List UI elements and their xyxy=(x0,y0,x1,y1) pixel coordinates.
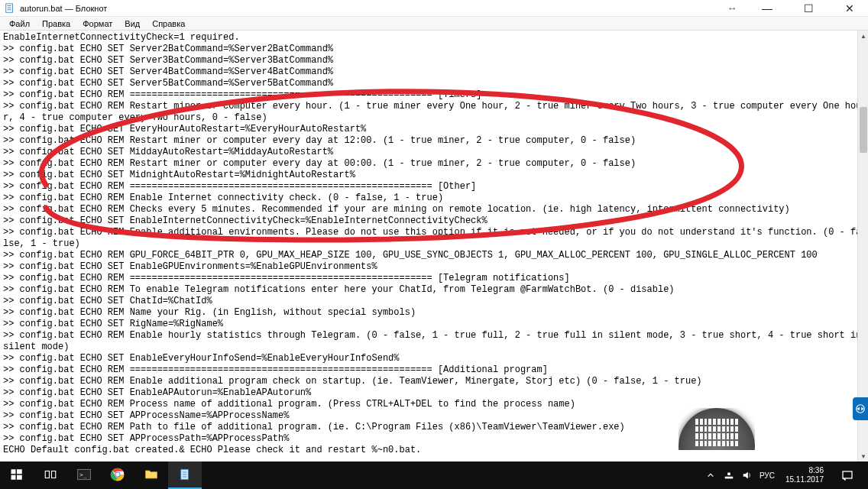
tray-clock[interactable]: 8:36 15.11.2017 xyxy=(781,466,828,484)
maximize-button[interactable]: ☐ xyxy=(793,0,824,17)
scroll-thumb[interactable] xyxy=(860,107,867,153)
sync-button[interactable]: ↔ xyxy=(723,0,741,17)
minimize-button[interactable]: ― xyxy=(752,0,782,17)
start-button[interactable] xyxy=(0,461,34,489)
svg-rect-9 xyxy=(11,475,16,480)
terminal-icon: >_ xyxy=(76,466,92,483)
taskbar-app-notepad[interactable] xyxy=(168,461,202,489)
chrome-icon xyxy=(109,466,126,483)
menu-view[interactable]: Вид xyxy=(118,18,146,29)
svg-rect-8 xyxy=(17,469,22,474)
teamviewer-dock-icon[interactable] xyxy=(853,397,868,420)
tray-time: 8:36 xyxy=(785,466,824,475)
windows-logo-icon xyxy=(8,466,25,483)
svg-rect-10 xyxy=(17,475,22,480)
svg-point-18 xyxy=(116,473,120,477)
notepad-app-icon xyxy=(5,3,15,14)
notifications-button[interactable] xyxy=(834,461,860,489)
close-button[interactable]: ✕ xyxy=(834,0,865,17)
menubar: Файл Правка Формат Вид Справка xyxy=(0,17,868,31)
menu-help[interactable]: Справка xyxy=(146,18,191,29)
svg-text:>_: >_ xyxy=(79,471,87,478)
svg-marker-6 xyxy=(861,407,864,411)
folder-icon xyxy=(143,466,160,483)
scroll-up-arrow-icon[interactable]: ▲ xyxy=(858,31,868,41)
tray-date: 15.11.2017 xyxy=(785,475,824,484)
taskbar-app-chrome[interactable] xyxy=(101,461,134,489)
scroll-down-arrow-icon[interactable]: ▼ xyxy=(858,451,868,461)
menu-edit[interactable]: Правка xyxy=(36,18,76,29)
taskbar-app-terminal[interactable]: >_ xyxy=(67,461,101,489)
svg-rect-25 xyxy=(843,471,852,478)
task-view-icon xyxy=(42,466,59,483)
svg-marker-5 xyxy=(857,407,860,411)
menu-file[interactable]: Файл xyxy=(3,18,36,29)
window-title: autorun.bat — Блокнот xyxy=(20,4,107,13)
editor-textarea[interactable]: EnableInternetConnectivityCheck=1 requir… xyxy=(0,31,868,461)
onscreen-keyboard-overlay[interactable] xyxy=(671,423,763,484)
taskbar-app-explorer[interactable] xyxy=(134,461,168,489)
keyboard-icon xyxy=(695,419,738,446)
svg-rect-11 xyxy=(45,471,49,478)
menu-format[interactable]: Формат xyxy=(76,18,118,29)
svg-rect-7 xyxy=(11,469,16,474)
svg-rect-12 xyxy=(52,471,56,478)
notepad-icon xyxy=(177,466,193,483)
task-view-button[interactable] xyxy=(34,461,67,489)
